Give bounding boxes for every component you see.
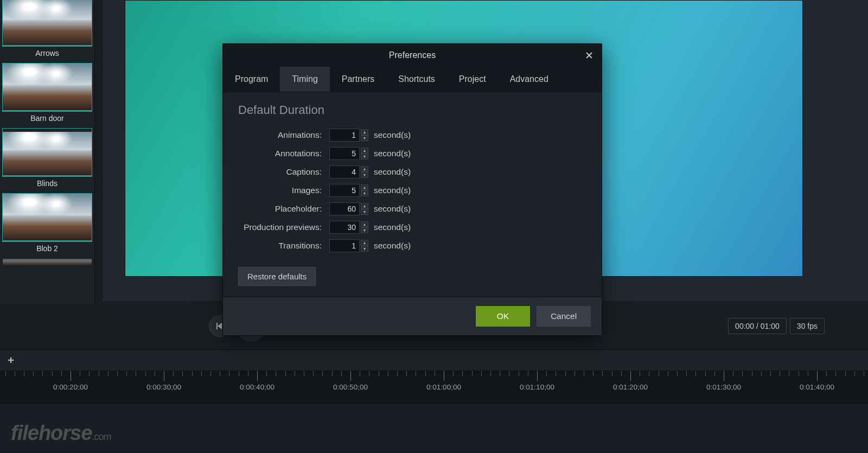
spin-up-button[interactable]: ▲ xyxy=(361,203,368,209)
tab-program[interactable]: Program xyxy=(223,67,280,92)
tab-timing[interactable]: Timing xyxy=(280,67,329,92)
transition-label: Blob 2 xyxy=(2,242,92,258)
preferences-dialog: Preferences ProgramTimingPartnersShortcu… xyxy=(222,43,602,336)
transition-label: Blinds xyxy=(2,177,92,193)
tab-shortcuts[interactable]: Shortcuts xyxy=(386,67,447,92)
field-label: Animations: xyxy=(238,130,329,140)
duration-field: Annotations:▲▼second(s) xyxy=(238,144,586,163)
duration-field: Animations:▲▼second(s) xyxy=(238,126,586,144)
duration-input[interactable] xyxy=(329,147,360,160)
cancel-button[interactable]: Cancel xyxy=(537,306,591,327)
dialog-tabs: ProgramTimingPartnersShortcutsProjectAdv… xyxy=(223,67,602,92)
dialog-titlebar: Preferences xyxy=(223,44,602,67)
watermark-suffix: .com xyxy=(92,431,111,442)
spin-down-button[interactable]: ▼ xyxy=(361,227,368,233)
spin-down-button[interactable]: ▼ xyxy=(361,190,368,196)
field-label: Transitions: xyxy=(238,241,329,251)
ruler-tick-label: 0:00:40;00 xyxy=(240,383,275,391)
spin-down-button[interactable]: ▼ xyxy=(361,154,368,159)
spin-down-button[interactable]: ▼ xyxy=(361,172,368,178)
close-button[interactable] xyxy=(582,48,596,62)
duration-input[interactable] xyxy=(329,129,360,142)
spin-up-button[interactable]: ▲ xyxy=(361,184,368,190)
duration-field: Captions:▲▼second(s) xyxy=(238,163,586,181)
time-display: 00:00 / 01:00 xyxy=(728,318,787,334)
spinbox: ▲▼ xyxy=(329,202,368,215)
spin-up-button[interactable]: ▲ xyxy=(361,221,368,227)
duration-field: Production previews:▲▼second(s) xyxy=(238,218,586,237)
transition-item[interactable]: Barn door xyxy=(2,63,92,128)
unit-label: second(s) xyxy=(374,167,411,177)
spin-up-button[interactable]: ▲ xyxy=(361,148,368,154)
duration-input[interactable] xyxy=(329,184,360,197)
ruler-tick-label: 0:01:40;00 xyxy=(800,383,834,391)
spinbox: ▲▼ xyxy=(329,184,368,197)
spin-down-button[interactable]: ▼ xyxy=(361,209,368,215)
ruler-tick-label: 0:00:20;00 xyxy=(53,383,88,391)
spinbox: ▲▼ xyxy=(329,221,368,234)
duration-field: Transitions:▲▼second(s) xyxy=(238,237,586,255)
dialog-body: Default Duration Animations:▲▼second(s)A… xyxy=(223,92,602,297)
field-label: Images: xyxy=(238,186,329,195)
unit-label: second(s) xyxy=(374,204,411,214)
unit-label: second(s) xyxy=(374,222,411,232)
unit-label: second(s) xyxy=(374,130,411,140)
transition-label: Arrows xyxy=(2,47,92,63)
duration-input[interactable] xyxy=(329,221,360,234)
spin-up-button[interactable]: ▲ xyxy=(361,166,368,172)
duration-field: Images:▲▼second(s) xyxy=(238,181,586,200)
transition-thumb[interactable] xyxy=(2,128,92,177)
spinbox: ▲▼ xyxy=(329,129,368,142)
ok-button[interactable]: OK xyxy=(476,306,530,327)
tab-partners[interactable]: Partners xyxy=(330,67,386,92)
duration-input[interactable] xyxy=(329,202,360,215)
tab-advanced[interactable]: Advanced xyxy=(498,67,560,92)
transition-label: Barn door xyxy=(2,112,92,128)
ruler-tick-label: 0:00:30;00 xyxy=(146,383,181,391)
transition-item[interactable]: Blinds xyxy=(2,128,92,193)
transition-item[interactable]: Blob 2 xyxy=(2,193,92,258)
spinbox: ▲▼ xyxy=(329,239,368,252)
spinbox: ▲▼ xyxy=(329,165,368,178)
timeline-tracks[interactable] xyxy=(0,404,868,453)
spinbox: ▲▼ xyxy=(329,147,368,160)
field-label: Captions: xyxy=(238,167,329,177)
svg-rect-0 xyxy=(216,323,218,329)
ruler-tick-label: 0:00:50;00 xyxy=(333,383,368,391)
transitions-panel: Arrows Barn door Blinds Blob 2 xyxy=(0,0,95,304)
ruler-tick-label: 0:01:20;00 xyxy=(613,383,648,391)
dialog-footer: OK Cancel xyxy=(223,297,602,335)
duration-input[interactable] xyxy=(329,239,360,252)
unit-label: second(s) xyxy=(374,241,411,251)
duration-input[interactable] xyxy=(329,165,360,178)
watermark-brand: filehorse xyxy=(11,422,92,444)
field-label: Placeholder: xyxy=(238,204,329,214)
fps-display[interactable]: 30 fps xyxy=(790,318,825,334)
dialog-title: Preferences xyxy=(389,50,436,60)
tab-project[interactable]: Project xyxy=(447,67,498,92)
duration-field: Placeholder:▲▼second(s) xyxy=(238,200,586,218)
transition-item[interactable] xyxy=(2,258,92,266)
section-title: Default Duration xyxy=(238,103,586,117)
spin-up-button[interactable]: ▲ xyxy=(361,129,368,135)
ruler-tick-label: 0:01:30;00 xyxy=(706,383,741,391)
unit-label: second(s) xyxy=(374,186,411,195)
transition-thumb[interactable] xyxy=(2,63,92,112)
field-label: Production previews: xyxy=(238,222,329,232)
transition-thumb[interactable] xyxy=(2,0,92,47)
watermark: filehorse.com xyxy=(11,422,111,445)
transition-thumb[interactable] xyxy=(2,193,92,242)
unit-label: second(s) xyxy=(374,149,411,158)
add-track-button[interactable]: + xyxy=(0,349,22,371)
restore-defaults-button[interactable]: Restore defaults xyxy=(238,267,316,286)
timeline-header: + xyxy=(0,349,868,371)
timeline-ruler[interactable]: 0:00:20;000:00:30;000:00:40;000:00:50;00… xyxy=(0,371,868,404)
spin-up-button[interactable]: ▲ xyxy=(361,240,368,246)
ruler-tick-label: 0:01:00;00 xyxy=(426,383,461,391)
transition-thumb[interactable] xyxy=(2,258,92,266)
field-label: Annotations: xyxy=(238,149,329,158)
spin-down-button[interactable]: ▼ xyxy=(361,135,368,141)
ruler-tick-label: 0:01:10;00 xyxy=(520,383,554,391)
spin-down-button[interactable]: ▼ xyxy=(361,246,368,252)
transition-item[interactable]: Arrows xyxy=(2,0,92,63)
